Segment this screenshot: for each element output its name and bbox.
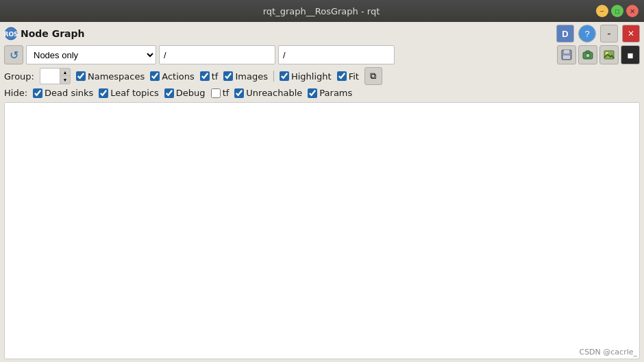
params-checkbox[interactable] [308,88,317,98]
leaf-topics-checkbox[interactable] [99,88,108,98]
svg-text:ROS: ROS [4,31,18,38]
fit-checkbox[interactable] [337,71,347,81]
debug-checkbox[interactable] [164,88,174,98]
group-label-text: Group: [4,71,34,82]
highlight-checkbox-label[interactable]: Highlight [280,71,332,82]
unreachable-checkbox-label[interactable]: Unreachable [234,88,302,98]
params-label-text: Params [319,88,352,98]
toolbar-icon-group: ■ [557,45,640,64]
dark-icon: ■ [627,49,633,61]
dead-sinks-checkbox[interactable] [33,88,42,98]
dead-sinks-label-text: Dead sinks [45,88,93,98]
image-icon [604,49,615,60]
app-title-area: ROS Node Graph [4,27,556,40]
images-checkbox[interactable] [223,71,233,81]
graph-canvas [4,102,640,359]
close-button[interactable]: ✕ [626,5,639,17]
tf-options-checkbox-label[interactable]: tf [200,71,219,82]
dark-mode-button[interactable]: ■ [621,45,640,64]
images-checkbox-label[interactable]: Images [223,71,268,82]
app-title-text: Node Graph [21,28,85,39]
filter-input-2[interactable] [278,45,395,64]
namespaces-checkbox-label[interactable]: Namespaces [76,71,145,82]
namespaces-checkbox[interactable] [76,71,86,81]
minimize-button[interactable]: − [596,5,608,17]
svg-rect-3 [564,50,569,53]
spinbox-arrows: ▲ ▼ [60,69,70,84]
svg-rect-7 [586,51,590,53]
group-spinbox[interactable]: 2 ▲ ▼ [40,68,71,84]
main-window: rqt_graph__RosGraph - rqt − □ ✕ ROS Node… [0,0,644,362]
camera-icon [582,49,593,60]
header-dash-button[interactable]: - [600,25,618,43]
window-controls: − □ ✕ [596,5,639,17]
screenshot2-button[interactable] [599,45,619,64]
spinbox-up-button[interactable]: ▲ [60,69,70,76]
toolbar-row: ↺ Nodes only Nodes/Topics (active) Nodes… [4,45,640,64]
images-label-text: Images [235,71,268,82]
window-title: rqt_graph__RosGraph - rqt [47,6,596,16]
filter-input-1[interactable] [159,45,275,64]
graph-type-dropdown[interactable]: Nodes only Nodes/Topics (active) Nodes/T… [26,45,156,64]
refresh-button[interactable]: ↺ [4,45,23,64]
spinbox-down-button[interactable]: ▼ [60,76,70,84]
hide-row: Hide: Dead sinks Leaf topics Debug tf Un… [4,88,640,98]
dead-sinks-checkbox-label[interactable]: Dead sinks [33,88,93,98]
highlight-label-text: Highlight [291,71,332,82]
ros-icon: ROS [4,27,18,40]
screenshot-small-icon: ⧉ [370,71,376,82]
maximize-button[interactable]: □ [611,5,623,17]
actions-checkbox[interactable] [150,71,160,81]
svg-point-6 [586,53,590,58]
fit-checkbox-label[interactable]: Fit [337,71,359,82]
highlight-checkbox[interactable] [280,71,289,81]
actions-checkbox-label[interactable]: Actions [150,71,195,82]
app-header-row: ROS Node Graph D ? - ✕ [4,25,640,43]
help-button[interactable]: ? [578,25,596,43]
header-actions: D ? - ✕ [556,25,640,43]
tf-hide-label-text: tf [223,88,230,98]
save-icon [561,49,572,60]
debug-checkbox-label[interactable]: Debug [164,88,206,98]
hide-label-text: Hide: [4,88,27,98]
svg-rect-4 [563,56,570,59]
titlebar: rqt_graph__RosGraph - rqt − □ ✕ [0,0,644,22]
save-button[interactable] [557,45,576,64]
namespaces-label-text: Namespaces [88,71,145,82]
group-value-input[interactable]: 2 [40,71,60,82]
leaf-topics-checkbox-label[interactable]: Leaf topics [99,88,159,98]
separator-1 [273,71,274,82]
screenshot1-button[interactable] [578,45,597,64]
screenshot-small-button[interactable]: ⧉ [364,67,382,85]
tf-options-checkbox[interactable] [200,71,210,81]
tf-options-label-text: tf [212,71,219,82]
unreachable-label-text: Unreachable [246,88,302,98]
content-area: ROS Node Graph D ? - ✕ ↺ Nodes only Node… [0,22,644,362]
unreachable-checkbox[interactable] [234,88,244,98]
watermark: CSDN @cacrle_ [579,348,637,357]
options-row: Group: 2 ▲ ▼ Namespaces Actions tf [4,67,640,85]
fit-label-text: Fit [349,71,359,82]
d-button[interactable]: D [556,25,574,43]
debug-label-text: Debug [176,88,206,98]
tf-hide-checkbox[interactable] [211,88,221,98]
tf-hide-checkbox-label[interactable]: tf [211,88,230,98]
header-close-button[interactable]: ✕ [622,25,640,43]
actions-label-text: Actions [162,71,195,82]
params-checkbox-label[interactable]: Params [308,88,352,98]
leaf-topics-label-text: Leaf topics [110,88,159,98]
